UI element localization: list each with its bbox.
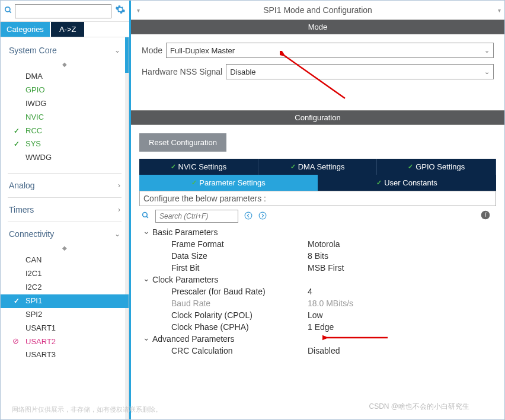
param-group[interactable]: Advanced Parameters xyxy=(142,333,494,345)
param-name: Prescaler (for Baud Rate) xyxy=(171,287,308,296)
tree-item-spi2[interactable]: SPI2 xyxy=(1,308,129,322)
select-value: Disable xyxy=(230,68,255,76)
config-tab-user-constants[interactable]: ✓User Constants xyxy=(318,175,496,191)
disabled-icon: ⊘ xyxy=(12,336,19,347)
config-tab-parameter-settings[interactable]: ✓Parameter Settings xyxy=(139,175,318,191)
tree-item-gpio[interactable]: GPIO xyxy=(1,84,129,97)
param-value: Low xyxy=(308,310,323,320)
tree-item-label: WWDG xyxy=(25,153,52,162)
param-group[interactable]: Clock Parameters xyxy=(142,274,494,286)
tree-item-i2c1[interactable]: I2C1 xyxy=(1,267,129,281)
param-name: Baud Rate xyxy=(171,299,308,308)
tree-item-label: DMA xyxy=(25,72,43,81)
category-label: Connectivity xyxy=(9,229,54,239)
svg-line-1 xyxy=(9,11,11,12)
param-row[interactable]: Data Size8 Bits xyxy=(142,250,494,262)
tree-item-rcc[interactable]: ✓RCC xyxy=(1,124,129,138)
tree-item-dma[interactable]: DMA xyxy=(1,70,129,84)
param-row[interactable]: Frame FormatMotorola xyxy=(142,238,494,250)
param-name: Clock Phase (CPHA) xyxy=(171,322,308,332)
check-icon: ✓ xyxy=(408,163,413,171)
param-value: 18.0 MBits/s xyxy=(308,299,353,308)
param-group[interactable]: Basic Parameters xyxy=(142,226,494,238)
tree-item-label: SYS xyxy=(25,139,41,148)
tree-item-label: RCC xyxy=(25,126,42,135)
left-tabs: Categories A->Z xyxy=(1,22,129,37)
param-value: 8 Bits xyxy=(308,251,328,261)
chevron-down-icon: ⌄ xyxy=(114,46,120,54)
param-value: 1 Edge xyxy=(308,322,334,332)
prev-icon[interactable] xyxy=(244,211,252,222)
check-icon: ✓ xyxy=(14,297,20,306)
config-tab-nvic-settings[interactable]: ✓NVIC Settings xyxy=(139,159,258,175)
tree-item-label: SPI2 xyxy=(25,310,42,319)
tree-item-sys[interactable]: ✓SYS xyxy=(1,137,129,151)
config-tab-gpio-settings[interactable]: ✓GPIO Settings xyxy=(377,159,496,175)
search-bar xyxy=(1,1,129,22)
check-icon: ✓ xyxy=(171,163,176,171)
peripheral-tree: System Core ⌄ ◆ DMAGPIOIWDGNVIC✓RCC✓SYSW… xyxy=(1,37,129,419)
select-value: Full-Duplex Master xyxy=(170,46,235,55)
category-connectivity[interactable]: Connectivity ⌄ xyxy=(1,225,129,243)
tree-item-iwdg[interactable]: IWDG xyxy=(1,97,129,111)
check-icon: ✓ xyxy=(14,140,20,149)
chevron-down-icon: ⌄ xyxy=(484,68,490,76)
tree-item-i2c2[interactable]: I2C2 xyxy=(1,281,129,294)
tab-label: DMA Settings xyxy=(298,162,345,171)
tree-item-spi1[interactable]: ✓SPI1 xyxy=(1,294,129,308)
tab-label: Parameter Settings xyxy=(199,178,265,187)
tree-item-label: USART1 xyxy=(25,323,56,332)
check-icon: ✓ xyxy=(14,127,20,136)
mode-select-hardware-nss-signal[interactable]: Disable⌄ xyxy=(226,64,494,79)
mode-select-mode[interactable]: Full-Duplex Master⌄ xyxy=(166,43,494,58)
svg-point-4 xyxy=(245,212,252,219)
param-row[interactable]: First BitMSB First xyxy=(142,262,494,274)
sort-icon[interactable]: ◆ xyxy=(1,60,129,69)
tree-item-can[interactable]: CAN xyxy=(1,254,129,267)
param-search-input[interactable] xyxy=(155,210,238,223)
param-value: MSB First xyxy=(308,263,344,272)
sort-icon[interactable]: ◆ xyxy=(1,243,129,252)
category-analog[interactable]: Analog › xyxy=(1,176,129,195)
check-icon: ✓ xyxy=(376,179,382,187)
tree-item-label: SPI1 xyxy=(25,296,42,305)
tree-item-label: I2C2 xyxy=(25,283,41,291)
param-row[interactable]: Baud Rate18.0 MBits/s xyxy=(142,297,494,309)
param-row[interactable]: Prescaler (for Baud Rate)4 xyxy=(142,286,494,297)
next-icon[interactable] xyxy=(258,211,267,222)
panel-title: SPI1 Mode and Configuration xyxy=(140,5,496,15)
mode-section: Mode ModeFull-Duplex Master⌄Hardware NSS… xyxy=(131,20,504,97)
info-icon[interactable]: i xyxy=(481,210,490,222)
reset-configuration-button[interactable]: Reset Configuration xyxy=(139,133,226,152)
param-name: CRC Calculation xyxy=(171,346,308,355)
tree-item-usart1[interactable]: USART1 xyxy=(1,322,129,335)
tree-item-label: USART2 xyxy=(25,337,56,346)
tab-categories[interactable]: Categories xyxy=(1,22,50,37)
tree-item-wwdg[interactable]: WWDG xyxy=(1,151,129,165)
tree-item-usart2[interactable]: ⊘USART2 xyxy=(1,335,129,349)
category-timers[interactable]: Timers › xyxy=(1,200,129,219)
chevron-right-icon: › xyxy=(118,206,120,214)
tab-a-to-z[interactable]: A->Z xyxy=(51,22,85,37)
tree-item-nvic[interactable]: NVIC xyxy=(1,111,129,124)
config-tab-dma-settings[interactable]: ✓DMA Settings xyxy=(258,159,378,175)
category-system-core[interactable]: System Core ⌄ xyxy=(1,41,129,60)
category-label: Timers xyxy=(9,205,34,214)
tree-item-usart3[interactable]: USART3 xyxy=(1,348,129,362)
config-section: Configuration Reset Configuration ✓NVIC … xyxy=(131,110,504,419)
param-row[interactable]: Clock Phase (CPHA)1 Edge xyxy=(142,321,494,333)
config-header: Configuration xyxy=(131,110,504,125)
tab-label: User Constants xyxy=(384,178,437,187)
right-panel: ▾ SPI1 Mode and Configuration ▾ Mode Mod… xyxy=(131,1,504,419)
peripheral-search-input[interactable] xyxy=(15,4,111,18)
param-row[interactable]: CRC CalculationDisabled xyxy=(142,345,494,357)
param-name: Frame Format xyxy=(171,239,308,249)
tree-item-label: I2C1 xyxy=(25,269,41,278)
tree-item-label: CAN xyxy=(25,255,41,264)
param-row[interactable]: Clock Polarity (CPOL)Low xyxy=(142,309,494,321)
expand-icon[interactable]: ▾ xyxy=(498,7,501,14)
gear-icon[interactable] xyxy=(115,4,126,18)
mode-row: ModeFull-Duplex Master⌄ xyxy=(142,43,494,58)
category-label: System Core xyxy=(9,46,57,55)
chevron-right-icon: › xyxy=(118,181,120,190)
